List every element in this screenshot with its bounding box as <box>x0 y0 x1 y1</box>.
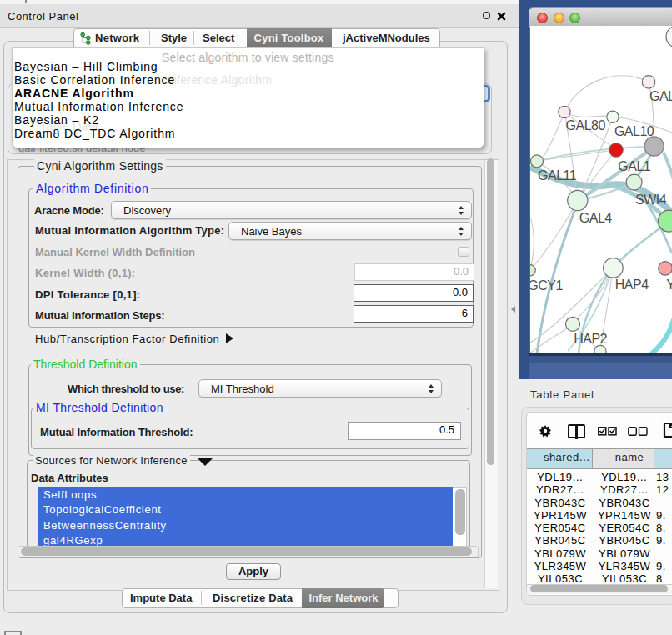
svg-text:GAL11: GAL11 <box>538 168 577 182</box>
svg-text:GAL4: GAL4 <box>579 211 613 225</box>
svg-text:HAP4: HAP4 <box>615 278 649 292</box>
svg-text:HAP2: HAP2 <box>574 332 607 346</box>
svg-text:GAL1: GAL1 <box>618 159 651 173</box>
svg-text:Y: Y <box>666 278 672 292</box>
svg-text:SWI4: SWI4 <box>635 192 667 207</box>
svg-text:GAL80: GAL80 <box>566 118 606 132</box>
svg-text:GAL2: GAL2 <box>649 89 672 103</box>
svg-text:GAL10: GAL10 <box>614 124 654 138</box>
svg-text:GCY1: GCY1 <box>530 278 563 292</box>
